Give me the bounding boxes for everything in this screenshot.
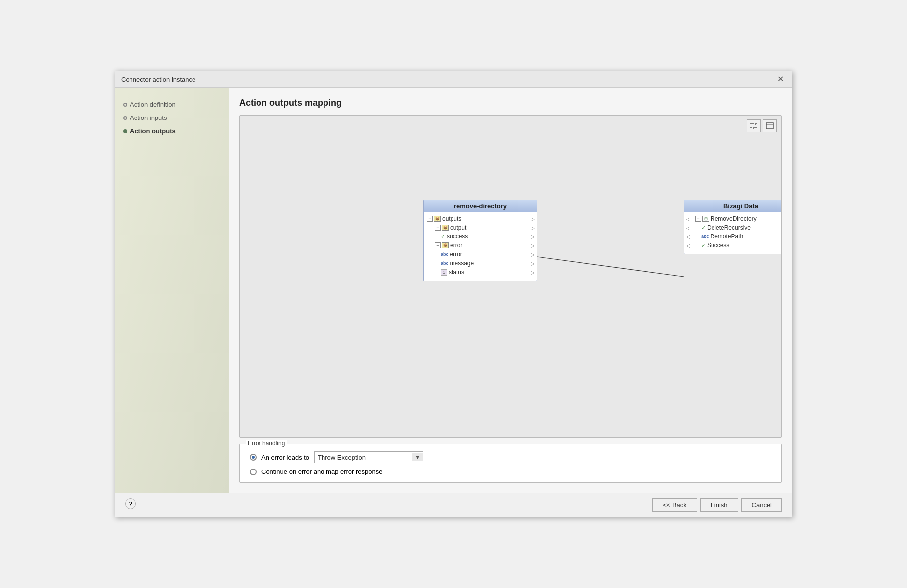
node-row: − 📦 outputs ▷ <box>424 214 537 223</box>
arrow-icon[interactable]: ▷ <box>531 216 535 222</box>
row-label: status <box>449 269 464 276</box>
svg-line-8 <box>537 257 684 277</box>
dropdown-value: Throw Exception <box>318 454 366 461</box>
main-content: Action outputs mapping <box>229 88 792 493</box>
layout-btn[interactable] <box>747 119 761 132</box>
arrow-icon[interactable]: ◁ <box>686 234 690 239</box>
arrow-icon[interactable]: ▷ <box>531 252 535 257</box>
sidebar-dot-action-definition <box>123 103 127 107</box>
sidebar-label-action-outputs: Action outputs <box>130 127 176 135</box>
box-icon: 📦 <box>442 225 449 231</box>
expand-icon[interactable]: − <box>695 216 701 222</box>
page-title: Action outputs mapping <box>239 98 782 108</box>
node-row: ◁ ✓ DeleteRecursive <box>684 223 782 232</box>
expand-icon[interactable]: − <box>435 225 441 231</box>
dropdown-error-action[interactable]: Throw Exception ▼ <box>314 451 423 463</box>
check-icon: ✓ <box>701 225 706 231</box>
sidebar-dot-action-inputs <box>123 116 127 120</box>
right-node-body: ◁ − ⊞ RemoveDirectory ◁ ✓ DeleteRecursiv… <box>684 212 782 254</box>
arrow-icon[interactable]: ▷ <box>531 234 535 239</box>
dropdown-arrow-icon[interactable]: ▼ <box>412 453 423 461</box>
radio-label-2: Continue on error and map error response <box>261 468 383 475</box>
node-row: ◁ − ⊞ RemoveDirectory <box>684 214 782 223</box>
cancel-button[interactable]: Cancel <box>741 498 782 512</box>
radio-error-leads-to[interactable] <box>250 454 257 461</box>
error-row-1: An error leads to Throw Exception ▼ <box>250 451 772 463</box>
row-label: success <box>447 233 468 240</box>
row-label: outputs <box>442 215 461 222</box>
toolbar-icons <box>747 119 777 132</box>
sidebar-dot-action-outputs <box>123 129 127 133</box>
dialog-window: Connector action instance ✕ Action defin… <box>115 71 792 517</box>
right-node-header: Bizagi Data <box>684 200 782 212</box>
help-button[interactable]: ? <box>125 498 136 509</box>
dialog-footer: ? << Back Finish Cancel <box>115 493 792 517</box>
row-label: DeleteRecursive <box>707 224 751 231</box>
sidebar-label-action-inputs: Action inputs <box>130 114 167 121</box>
radio-label-1: An error leads to <box>261 454 309 461</box>
check-icon: ✓ <box>701 242 706 249</box>
node-row: abc error ▷ <box>438 250 537 259</box>
abc-icon: abc <box>701 234 709 239</box>
box-icon: 📦 <box>442 242 449 248</box>
row-label: RemotePath <box>711 233 744 240</box>
arrow-icon[interactable]: ◁ <box>686 216 690 222</box>
left-node-header: remove-directory <box>424 200 537 212</box>
view-btn[interactable] <box>763 119 777 132</box>
abc-icon: abc <box>441 252 449 257</box>
left-node: remove-directory − 📦 outputs ▷ − 📦 <box>423 200 537 281</box>
arrow-icon[interactable]: ▷ <box>531 243 535 248</box>
arrow-icon[interactable]: ▷ <box>531 261 535 266</box>
num-icon: 1 <box>441 269 447 276</box>
mapping-area: remove-directory − 📦 outputs ▷ − 📦 <box>239 115 782 438</box>
sidebar: Action definition Action inputs Action o… <box>115 88 229 493</box>
box-icon: 📦 <box>434 216 441 222</box>
sidebar-item-action-inputs[interactable]: Action inputs <box>123 111 221 124</box>
abc-icon: abc <box>441 261 449 266</box>
node-row: 1 status ▷ <box>438 268 537 279</box>
expand-icon[interactable]: − <box>427 216 433 222</box>
node-row: ◁ abc RemotePath <box>684 232 782 241</box>
left-node-body: − 📦 outputs ▷ − 📦 output ▷ <box>424 212 537 281</box>
arrow-icon[interactable]: ▷ <box>531 225 535 231</box>
arrow-icon[interactable]: ◁ <box>686 243 690 248</box>
arrow-icon[interactable]: ◁ <box>686 225 690 231</box>
expand-icon[interactable]: − <box>435 242 441 248</box>
dialog-title: Connector action instance <box>121 76 195 83</box>
sidebar-item-action-definition[interactable]: Action definition <box>123 98 221 111</box>
error-handling-legend: Error handling <box>246 440 287 447</box>
sidebar-item-action-outputs[interactable]: Action outputs <box>123 124 221 138</box>
node-row: abc message ▷ <box>438 259 537 268</box>
sidebar-label-action-definition: Action definition <box>130 101 176 108</box>
error-row-2: Continue on error and map error response <box>250 468 772 475</box>
arrow-icon[interactable]: ▷ <box>531 270 535 275</box>
table-icon: ⊞ <box>702 216 709 222</box>
right-node: Bizagi Data ◁ − ⊞ RemoveDirectory ◁ ✓ <box>684 200 782 254</box>
node-row: − 📦 error ▷ <box>432 241 537 250</box>
row-label: message <box>450 260 474 267</box>
row-label: output <box>450 224 466 231</box>
node-row: − 📦 output ▷ <box>432 223 537 232</box>
check-icon: ✓ <box>441 234 445 240</box>
node-row: ◁ ✓ Success <box>684 241 782 252</box>
error-handling-panel: Error handling An error leads to Throw E… <box>239 444 782 483</box>
dialog-body: Action definition Action inputs Action o… <box>115 88 792 493</box>
title-bar: Connector action instance ✕ <box>115 71 792 88</box>
row-label: Success <box>707 242 729 249</box>
close-button[interactable]: ✕ <box>776 75 786 83</box>
back-button[interactable]: << Back <box>652 498 697 512</box>
finish-button[interactable]: Finish <box>700 498 738 512</box>
row-label: error <box>450 251 462 258</box>
svg-rect-6 <box>766 123 773 129</box>
radio-continue-on-error[interactable] <box>250 469 257 475</box>
node-row: ✓ success ▷ <box>438 232 537 241</box>
row-label: error <box>450 242 462 249</box>
row-label: RemoveDirectory <box>711 215 757 222</box>
